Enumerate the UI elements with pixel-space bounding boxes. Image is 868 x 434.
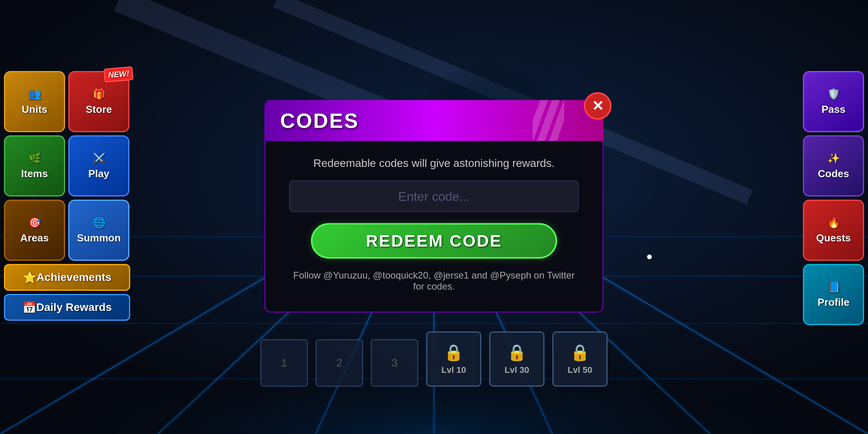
sidebar-left: 👥 Units NEW! 🎁 Store 🌿 Items ⚔️ Play 🎯 A… [0, 71, 134, 321]
areas-label: Areas [20, 232, 49, 244]
profile-label: Profile [817, 296, 849, 309]
pass-icon: 🛡️ [827, 88, 840, 100]
summon-icon: 🌐 [93, 217, 105, 229]
sidebar-item-store[interactable]: NEW! 🎁 Store [68, 71, 129, 132]
modal-subtitle: Redeemable codes will give astonishing r… [313, 157, 555, 170]
sidebar-row-2: 🌿 Items ⚔️ Play [4, 135, 130, 196]
codes-label: Codes [818, 168, 849, 180]
slot-locked-box-1: 🔒 Lvl 10 [426, 331, 481, 387]
sidebar-item-quests[interactable]: 🔥 Quests [803, 200, 864, 261]
sidebar-item-play[interactable]: ⚔️ Play [68, 135, 129, 196]
slot-locked-box-2: 🔒 Lvl 30 [489, 331, 544, 387]
achievements-icon: ⭐ [23, 271, 37, 284]
profile-icon: 📘 [827, 281, 840, 293]
sidebar-item-areas[interactable]: 🎯 Areas [4, 200, 65, 261]
lock-label-3: Lvl 50 [568, 365, 592, 375]
daily-rewards-button[interactable]: 📅 Daily Rewards [4, 294, 130, 321]
units-icon: 👥 [28, 88, 41, 100]
achievements-button[interactable]: ⭐ Achievements [4, 264, 130, 291]
play-label: Play [88, 168, 110, 180]
sidebar-item-codes[interactable]: ✨ Codes [803, 135, 864, 196]
slot-number-1: 1 [281, 357, 287, 369]
store-label: Store [86, 103, 112, 116]
codes-modal: CODES ✕ Redeemable codes will give aston… [264, 100, 604, 313]
pass-label: Pass [821, 103, 846, 116]
modal-title: CODES [280, 109, 359, 133]
modal-body: Redeemable codes will give astonishing r… [264, 141, 604, 313]
sidebar-item-pass[interactable]: 🛡️ Pass [803, 71, 864, 132]
follow-text: Follow @Yuruzuu, @tooquick20, @jerse1 an… [289, 270, 579, 292]
daily-label: Daily Rewards [36, 301, 112, 314]
summon-label: Summon [77, 232, 121, 244]
daily-icon: 📅 [22, 301, 36, 314]
lock-label-1: Lvl 10 [441, 365, 466, 375]
items-icon: 🌿 [28, 152, 41, 165]
slot-number-3: 3 [391, 357, 398, 369]
play-icon: ⚔️ [93, 152, 105, 165]
units-label: Units [22, 103, 47, 116]
slot-2: 2 [316, 339, 363, 387]
modal-header: CODES ✕ [264, 100, 604, 141]
slot-3: 3 [371, 339, 418, 387]
slot-number-2: 2 [336, 357, 342, 369]
sidebar-row-1: 👥 Units NEW! 🎁 Store [4, 71, 130, 132]
slot-box-3: 3 [371, 339, 418, 387]
quests-icon: 🔥 [827, 217, 840, 229]
slot-locked-2: 🔒 Lvl 30 [489, 331, 544, 387]
lock-label-2: Lvl 30 [505, 365, 529, 375]
lock-icon-3: 🔒 [570, 343, 590, 362]
lock-icon-1: 🔒 [444, 343, 464, 362]
close-button[interactable]: ✕ [584, 92, 612, 120]
sidebar-right: 🛡️ Pass ✨ Codes 🔥 Quests 📘 Profile [799, 71, 868, 325]
achievements-label: Achievements [37, 271, 112, 284]
sidebar-row-3: 🎯 Areas 🌐 Summon [4, 200, 130, 261]
sidebar-item-profile[interactable]: 📘 Profile [803, 264, 864, 325]
store-icon: 🎁 [93, 88, 105, 100]
lock-icon-2: 🔒 [507, 343, 527, 362]
slot-box-1: 1 [260, 339, 308, 387]
redeem-button[interactable]: REDEEM CODE [311, 223, 557, 259]
modal-header-decoration [533, 100, 564, 141]
slot-locked-box-3: 🔒 Lvl 50 [552, 331, 608, 387]
slot-bar: 1 2 3 🔒 Lvl 10 🔒 Lvl 30 🔒 Lvl 50 [260, 331, 608, 387]
items-label: Items [21, 168, 48, 180]
quests-label: Quests [816, 232, 851, 244]
sidebar-item-units[interactable]: 👥 Units [4, 71, 65, 132]
slot-box-2: 2 [316, 339, 363, 387]
slot-locked-1: 🔒 Lvl 10 [426, 331, 481, 387]
codes-icon: ✨ [827, 152, 840, 165]
code-input[interactable] [289, 181, 579, 212]
new-badge: NEW! [103, 66, 133, 82]
slot-1: 1 [260, 339, 308, 387]
areas-icon: 🎯 [28, 217, 41, 229]
sidebar-item-items[interactable]: 🌿 Items [4, 135, 65, 196]
slot-locked-3: 🔒 Lvl 50 [552, 331, 608, 387]
sidebar-item-summon[interactable]: 🌐 Summon [68, 200, 129, 261]
